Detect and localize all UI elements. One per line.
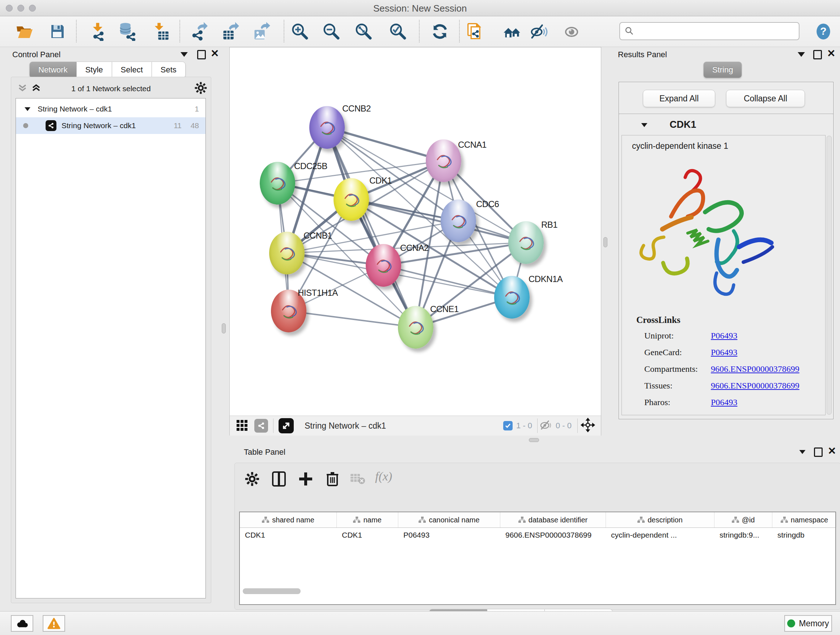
help-icon[interactable]: ? [813,21,834,42]
tab-style[interactable]: Style [77,62,112,78]
table-options-icon[interactable] [243,470,261,488]
network-node-ccna2[interactable] [366,244,401,287]
hide-selected-icon[interactable] [529,21,549,42]
crosslink-tissues[interactable]: 9606.ENSP00000378699 [711,381,799,391]
toolbar-separator [180,20,180,42]
panel-float-icon[interactable] [814,448,823,457]
protein-details: cyclin-dependent kinase 1 [622,135,826,415]
main-toolbar: ? [0,16,840,47]
panel-close-icon[interactable]: ✕ [210,50,219,57]
crosslink-compartments[interactable]: 9606.ENSP00000378699 [711,364,799,374]
export-table-icon[interactable] [220,21,240,42]
network-node-ccnb2[interactable] [309,106,345,149]
column-header-canonical-name[interactable]: canonical name [398,512,500,527]
panel-float-icon[interactable] [813,50,822,59]
network-canvas[interactable]: CCNB2CCNA1CDC25BCDK1CDC6RB1CCNB1CCNA2CDK… [230,48,601,416]
column-header-name[interactable]: name [337,512,398,527]
bottom-splitter-handle[interactable] [529,438,539,442]
network-node-ccne1[interactable] [398,306,433,348]
column-header--id[interactable]: @id [714,512,772,527]
title-bar: Session: New Session [0,0,840,16]
import-network-database-icon[interactable] [117,21,137,42]
apply-layout-icon[interactable] [430,21,450,42]
tab-select[interactable]: Select [112,62,152,78]
table-data-row[interactable]: CDK1CDK1P064939606.ENSP00000378699cyclin… [240,528,835,542]
results-panel-title: Results Panel [618,50,667,59]
expand-all-button[interactable]: Expand All [643,90,715,107]
delete-column-icon[interactable] [324,470,341,488]
tab-network[interactable]: Network [29,62,77,78]
column-header-database-identifier[interactable]: database identifier [500,512,606,527]
panel-close-icon[interactable]: ✕ [828,448,836,455]
protein-thumbnail [260,162,295,204]
zoom-selected-icon[interactable] [387,21,408,42]
column-type-icon [418,516,426,523]
section-collapse-icon[interactable] [641,123,647,127]
column-type-icon [353,516,360,523]
panel-menu-icon[interactable] [798,52,805,57]
import-network-file-icon[interactable] [88,21,108,42]
crosslink-pharos[interactable]: P06493 [711,397,737,407]
panel-menu-icon[interactable] [799,450,806,454]
cell-database-identifier: 9606.ENSP00000378699 [500,528,606,542]
panel-float-icon[interactable] [197,50,206,59]
right-splitter-handle[interactable] [603,237,607,247]
selected-checkbox-icon[interactable] [503,421,513,431]
detach-view-icon[interactable] [279,418,294,433]
show-columns-icon[interactable] [270,470,287,488]
network-collection-row[interactable]: String Network – cdk1 1 [16,101,205,117]
grid-view-icon[interactable] [235,418,249,433]
tab-string[interactable]: String [703,62,742,78]
column-header-description[interactable]: description [606,512,714,527]
window-title: Session: New Session [0,3,840,14]
import-table-file-icon[interactable] [150,21,171,42]
cell-description: cyclin-dependent ... [606,528,714,542]
network-node-ccna1[interactable] [426,139,461,182]
protein-thumbnail [309,106,345,149]
left-splitter-handle[interactable] [222,323,226,333]
warning-button[interactable] [43,615,65,632]
network-list-options-icon[interactable] [194,81,207,96]
cloud-button[interactable] [11,615,33,632]
cell-name: CDK1 [337,528,398,542]
protein-thumbnail [269,232,305,274]
zoom-fit-icon[interactable] [353,21,373,42]
network-node-cdkn1a[interactable] [494,276,530,318]
network-node-ccnb1[interactable] [269,232,305,274]
table-hscrollbar[interactable] [243,588,301,594]
zoom-out-icon[interactable] [321,21,341,42]
open-session-icon[interactable] [14,21,35,42]
column-type-icon [638,516,645,523]
crosslink-uniprot[interactable]: P06493 [711,331,737,340]
panel-close-icon[interactable]: ✕ [827,50,835,57]
string-view-icon[interactable] [254,419,268,432]
results-scrollbar[interactable] [827,136,832,415]
network-node-cdk1[interactable] [333,178,369,221]
toolbar-separator [537,418,538,433]
new-network-from-selection-icon[interactable] [464,21,485,42]
zoom-in-icon[interactable] [289,21,309,42]
column-header-namespace[interactable]: namespace [772,512,837,527]
network-row[interactable]: String Network – cdk1 11 48 [16,117,205,134]
export-network-icon[interactable] [188,21,208,42]
table-panel: Table Panel ✕ f(x) shared namenamecanoni… [234,445,840,609]
network-node-cdc6[interactable] [441,200,476,242]
crosslink-genecard[interactable]: P06493 [711,348,737,357]
network-node-count: 11 [174,121,182,130]
column-header-shared-name[interactable]: shared name [240,512,337,527]
save-session-icon[interactable] [47,21,67,42]
collection-expand-icon[interactable] [25,107,30,111]
add-column-icon[interactable] [297,470,314,488]
export-image-icon[interactable] [251,21,272,42]
network-node-cdc25b[interactable] [260,162,295,204]
search-input[interactable] [635,26,799,36]
collapse-all-button[interactable]: Collapse All [726,90,805,107]
show-all-icon[interactable] [561,21,582,42]
first-neighbors-icon[interactable] [502,21,522,42]
node-label: CCNE1 [430,304,459,314]
fit-content-move-icon[interactable] [580,417,596,434]
memory-button[interactable]: Memory [784,615,832,632]
panel-menu-icon[interactable] [180,52,188,57]
network-node-rb1[interactable] [508,221,544,264]
tab-sets[interactable]: Sets [152,62,186,78]
